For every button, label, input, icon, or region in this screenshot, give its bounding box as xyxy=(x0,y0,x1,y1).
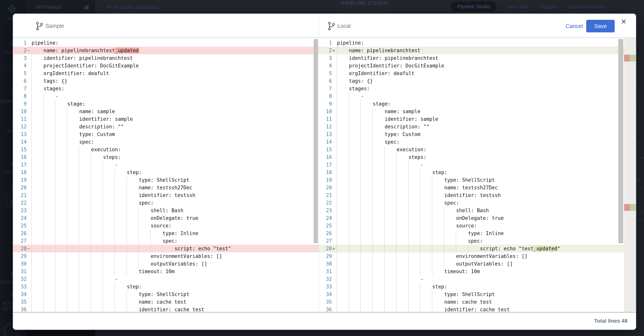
code-line[interactable]: 5orgIdentifier: deafult xyxy=(319,70,636,77)
code-line[interactable]: 20name: testssh27Dec xyxy=(319,184,636,192)
code-line[interactable]: 11identifier: sample xyxy=(319,115,636,123)
code-line[interactable]: 34type: ShellScript xyxy=(319,290,636,298)
code-line[interactable]: 24onDelegate: true xyxy=(13,214,319,222)
code-line[interactable]: 13type: Custom xyxy=(319,130,636,138)
code-line[interactable]: 16steps: xyxy=(13,153,319,161)
right-rail-item-policy-sets[interactable]: Se xyxy=(636,192,640,197)
code-line[interactable]: 10name: sample xyxy=(319,108,636,115)
policy-sets-icon[interactable]: ◈ xyxy=(637,175,644,183)
code-line[interactable]: 26type: Inline xyxy=(319,230,636,237)
notify-icon[interactable]: ✈ xyxy=(637,106,644,114)
code-line[interactable]: 28−script: echo "test" xyxy=(13,245,319,252)
right-rail-item-policy-sets[interactable]: Poli xyxy=(636,186,642,191)
code-line[interactable]: 3identifier: pipelinebranchtest xyxy=(319,54,636,62)
tab-pipeline-studio[interactable]: Pipeline Studio xyxy=(451,1,496,12)
code-line[interactable]: 29environmentVariables: [] xyxy=(13,252,319,260)
code-line[interactable]: 6tags: {} xyxy=(13,77,319,85)
tab-input-sets[interactable]: Input Sets xyxy=(507,4,529,10)
code-icon[interactable]: </> xyxy=(637,208,644,216)
code-line[interactable]: 24onDelegate: true xyxy=(319,214,636,222)
code-line[interactable]: 22spec: xyxy=(13,199,319,207)
right-scrollbar-thumb[interactable] xyxy=(618,39,623,243)
diff-overview-ruler[interactable] xyxy=(624,38,636,312)
code-line[interactable]: 7stages: xyxy=(319,85,636,92)
code-line[interactable]: 4projectIdentifier: DocGitExample xyxy=(13,62,319,70)
code-line[interactable]: 27spec: xyxy=(13,237,319,245)
code-line[interactable]: 19type: ShellScript xyxy=(319,176,636,184)
code-line[interactable]: 9stage: xyxy=(319,100,636,108)
code-line[interactable]: 17- xyxy=(319,161,636,169)
variables-icon[interactable]: Σ xyxy=(637,69,644,77)
code-line[interactable]: 29environmentVariables: [] xyxy=(319,252,636,260)
code-line[interactable]: 21identifier: testssh xyxy=(13,192,319,199)
code-line[interactable]: 19type: ShellScript xyxy=(13,176,319,184)
tab-triggers[interactable]: Triggers xyxy=(540,4,558,10)
code-line[interactable]: 15execution: xyxy=(319,146,636,153)
code-line[interactable]: 4projectIdentifier: DocGitExample xyxy=(319,62,636,70)
code-line[interactable]: 34type: ShellScript xyxy=(13,290,319,298)
code-line[interactable]: 27spec: xyxy=(319,237,636,245)
save-button[interactable]: Save xyxy=(586,20,615,32)
code-line[interactable]: 1pipeline: xyxy=(13,39,319,47)
code-line[interactable]: 2−name: pipelinebranchtest_updated xyxy=(13,47,319,54)
close-icon[interactable]: × xyxy=(621,17,626,26)
code-line[interactable]: 21identifier: testssh xyxy=(319,192,636,199)
code-line[interactable]: 3identifier: pipelinebranchtest xyxy=(13,54,319,62)
code-line[interactable]: 12description: "" xyxy=(13,123,319,130)
code-line[interactable]: 25source: xyxy=(319,222,636,230)
code-line[interactable]: 18step: xyxy=(13,169,319,176)
code-line[interactable]: 14spec: xyxy=(319,138,636,146)
right-rail-item-flow-control[interactable]: Flo xyxy=(636,149,641,154)
code-line[interactable]: 25source: xyxy=(13,222,319,230)
code-line[interactable]: 9stage: xyxy=(13,100,319,108)
code-line[interactable]: 35name: cache test xyxy=(319,298,636,306)
code-line[interactable]: 20name: testssh27Dec xyxy=(13,184,319,192)
diff-pane-original[interactable]: 1pipeline:2−name: pipelinebranchtest_upd… xyxy=(13,38,319,312)
code-line[interactable]: 33step: xyxy=(319,283,636,290)
right-rail-item-flow-control[interactable]: Cont xyxy=(636,155,644,160)
code-line[interactable]: 32- xyxy=(13,275,319,283)
code-line[interactable]: 28+script: echo "test_updated" xyxy=(319,245,636,252)
code-line[interactable]: 8- xyxy=(319,92,636,100)
code-line[interactable]: 22spec: xyxy=(319,199,636,207)
code-line[interactable]: 31timeout: 10m xyxy=(13,268,319,275)
code-line[interactable]: 1pipeline: xyxy=(319,39,636,47)
code-line[interactable]: 17- xyxy=(13,161,319,169)
code-line[interactable]: 7stages: xyxy=(13,85,319,92)
right-rail-item-variables[interactable]: aria xyxy=(636,82,642,87)
code-line[interactable]: 12description: "" xyxy=(319,123,636,130)
breadcrumb-text[interactable]: Projects › Pipelines › xyxy=(114,4,159,10)
code-line[interactable]: 11identifier: sample xyxy=(13,115,319,123)
right-rail-item-code[interactable]: odel xyxy=(636,218,644,223)
left-scrollbar-thumb[interactable] xyxy=(314,39,318,243)
code-line[interactable]: 10name: sample xyxy=(13,108,319,115)
code-line[interactable]: 36identifier: cache_test xyxy=(319,306,636,312)
breadcrumb[interactable]: ❖Projects › Pipelines › xyxy=(106,4,160,10)
code-line[interactable]: 15execution: xyxy=(13,146,319,153)
code-line[interactable]: 23shell: Bash xyxy=(13,207,319,214)
code-line[interactable]: 14spec: xyxy=(13,138,319,146)
code-line[interactable]: 31timeout: 10m xyxy=(319,268,636,275)
home-icon[interactable]: ⌂ xyxy=(0,5,27,13)
diff-pane-modified[interactable]: 1pipeline:2+name: pipelinebranchtest3ide… xyxy=(319,38,636,312)
code-line[interactable]: 23shell: Bash xyxy=(319,207,636,214)
code-line[interactable]: 13type: Custom xyxy=(13,130,319,138)
code-line[interactable]: 6tags: {} xyxy=(319,77,636,85)
code-line[interactable]: 36identifier: cache_test xyxy=(13,306,319,312)
code-line[interactable]: 5orgIdentifier: deafult xyxy=(13,70,319,77)
code-text: source: xyxy=(151,222,172,230)
code-line[interactable]: 30outputVariables: [] xyxy=(13,260,319,268)
project-switcher[interactable]: All Projects xyxy=(36,4,61,10)
code-line[interactable]: 32- xyxy=(319,275,636,283)
code-line[interactable]: 18step: xyxy=(319,169,636,176)
right-rail-item-notify[interactable]: Not xyxy=(636,117,642,122)
code-line[interactable]: 8- xyxy=(13,92,319,100)
code-line[interactable]: 2+name: pipelinebranchtest xyxy=(319,47,636,54)
code-line[interactable]: 33step: xyxy=(13,283,319,290)
code-line[interactable]: 26type: Inline xyxy=(13,230,319,237)
code-line[interactable]: 35name: cache test xyxy=(13,298,319,306)
flow-control-icon[interactable]: ≡ xyxy=(637,139,644,147)
code-line[interactable]: 30outputVariables: [] xyxy=(319,260,636,268)
code-line[interactable]: 16steps: xyxy=(319,153,636,161)
tab-execution-history[interactable]: Execution History xyxy=(568,4,606,10)
